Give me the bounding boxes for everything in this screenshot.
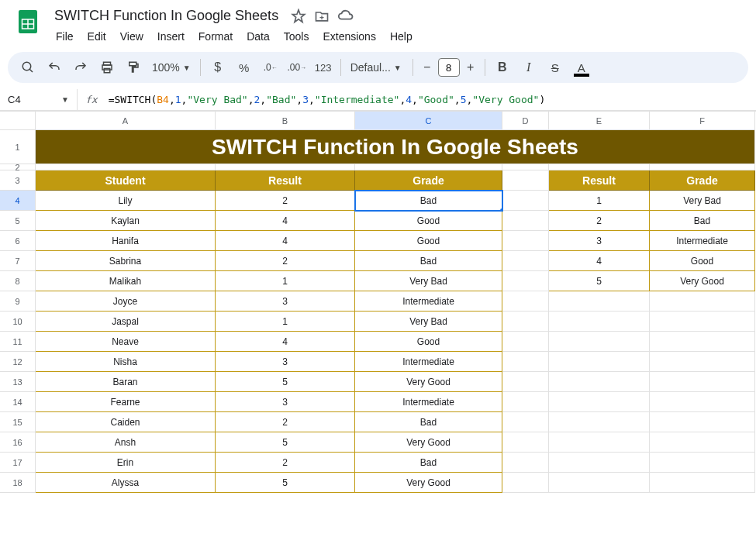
- row-header-12[interactable]: 12: [0, 352, 36, 372]
- cell-lookup-grade-4[interactable]: Very Good: [650, 271, 755, 291]
- cell-grade-7[interactable]: Good: [355, 332, 502, 352]
- cell-result-5[interactable]: 3: [216, 291, 355, 312]
- menu-insert[interactable]: Insert: [151, 27, 191, 46]
- row-header-15[interactable]: 15: [0, 412, 36, 432]
- header-lookup-grade[interactable]: Grade: [650, 170, 755, 191]
- cell-lookup-result-2[interactable]: 3: [549, 231, 650, 251]
- search-icon[interactable]: [16, 55, 40, 80]
- cell-F15[interactable]: [650, 412, 755, 432]
- cell-grade-11[interactable]: Bad: [355, 412, 502, 432]
- paint-format-icon[interactable]: [121, 55, 146, 80]
- cell-result-12[interactable]: 5: [216, 432, 355, 453]
- cell-D18[interactable]: [502, 473, 549, 493]
- cell-lookup-grade-0[interactable]: Very Bad: [650, 191, 755, 211]
- redo-icon[interactable]: [68, 55, 93, 80]
- cell-E15[interactable]: [549, 412, 650, 432]
- row-header-18[interactable]: 18: [0, 473, 36, 493]
- cell-grade-1[interactable]: Good: [355, 211, 502, 231]
- cell-student-12[interactable]: Ansh: [36, 432, 216, 453]
- cloud-status-icon[interactable]: [337, 8, 354, 25]
- cell-grade-8[interactable]: Intermediate: [355, 352, 502, 372]
- row-header-3[interactable]: 3: [0, 170, 36, 191]
- cell-grade-13[interactable]: Bad: [355, 453, 502, 473]
- row-header-7[interactable]: 7: [0, 251, 36, 271]
- menu-help[interactable]: Help: [384, 27, 419, 46]
- cell-grade-2[interactable]: Good: [355, 231, 502, 251]
- decrease-decimal-icon[interactable]: .0←: [258, 55, 283, 80]
- cell-D13[interactable]: [502, 372, 549, 392]
- star-icon[interactable]: [291, 9, 306, 24]
- cell-E13[interactable]: [549, 372, 650, 392]
- row-header-14[interactable]: 14: [0, 392, 36, 412]
- cell-grade-14[interactable]: Very Good: [355, 473, 502, 493]
- column-header-B[interactable]: B: [216, 112, 355, 130]
- cell-E18[interactable]: [549, 473, 650, 493]
- cell-student-7[interactable]: Neave: [36, 332, 216, 352]
- cell-student-0[interactable]: Lily: [36, 191, 216, 211]
- cell-lookup-grade-2[interactable]: Intermediate: [650, 231, 755, 251]
- font-size-input[interactable]: [438, 58, 460, 77]
- cell-D14[interactable]: [502, 392, 549, 412]
- menu-file[interactable]: File: [50, 27, 80, 46]
- select-all-corner[interactable]: [0, 112, 36, 130]
- cell-D3[interactable]: [502, 170, 549, 191]
- cell-F9[interactable]: [650, 291, 755, 312]
- print-icon[interactable]: [95, 55, 119, 80]
- cell-D15[interactable]: [502, 412, 549, 432]
- cell-E12[interactable]: [549, 352, 650, 372]
- row-header-11[interactable]: 11: [0, 332, 36, 352]
- menu-tools[interactable]: Tools: [278, 27, 316, 46]
- cell-lookup-result-4[interactable]: 5: [549, 271, 650, 291]
- cell-E11[interactable]: [549, 332, 650, 352]
- cell-D6[interactable]: [502, 231, 549, 251]
- menu-view[interactable]: View: [114, 27, 150, 46]
- cell-grade-12[interactable]: Very Good: [355, 432, 502, 453]
- selection-handle[interactable]: [499, 208, 502, 211]
- cell-result-13[interactable]: 2: [216, 453, 355, 473]
- strikethrough-icon[interactable]: S: [543, 55, 568, 80]
- row-header-9[interactable]: 9: [0, 291, 36, 312]
- cell-result-11[interactable]: 2: [216, 412, 355, 432]
- cell-result-7[interactable]: 4: [216, 332, 355, 352]
- cell-D7[interactable]: [502, 251, 549, 271]
- menu-data[interactable]: Data: [240, 27, 276, 46]
- cell-F2[interactable]: [650, 164, 755, 170]
- header-lookup-result[interactable]: Result: [549, 170, 650, 191]
- bold-icon[interactable]: B: [490, 55, 515, 80]
- cell-student-6[interactable]: Jaspal: [36, 312, 216, 332]
- cell-result-9[interactable]: 5: [216, 372, 355, 392]
- column-header-C[interactable]: C: [355, 112, 502, 130]
- cell-result-0[interactable]: 2: [216, 191, 355, 211]
- cell-F18[interactable]: [650, 473, 755, 493]
- font-dropdown[interactable]: Defaul...▼: [346, 61, 408, 74]
- cell-grade-3[interactable]: Bad: [355, 251, 502, 271]
- cell-F17[interactable]: [650, 453, 755, 473]
- cell-F12[interactable]: [650, 352, 755, 372]
- cell-E14[interactable]: [549, 392, 650, 412]
- cell-D17[interactable]: [502, 453, 549, 473]
- row-header-13[interactable]: 13: [0, 372, 36, 392]
- document-title[interactable]: SWITCH Function In Google Sheets: [50, 6, 283, 26]
- format-percent-icon[interactable]: %: [232, 55, 257, 80]
- increase-font-size-button[interactable]: +: [461, 58, 480, 77]
- cell-student-2[interactable]: Hanifa: [36, 231, 216, 251]
- row-header-17[interactable]: 17: [0, 453, 36, 473]
- header-grade[interactable]: Grade: [355, 170, 502, 191]
- header-student[interactable]: Student: [36, 170, 216, 191]
- row-header-1[interactable]: 1: [0, 130, 36, 164]
- format-currency-icon[interactable]: $: [205, 55, 230, 80]
- cell-F13[interactable]: [650, 372, 755, 392]
- cell-result-2[interactable]: 4: [216, 231, 355, 251]
- cell-D10[interactable]: [502, 312, 549, 332]
- cell-lookup-result-1[interactable]: 2: [549, 211, 650, 231]
- cell-result-6[interactable]: 1: [216, 312, 355, 332]
- decrease-font-size-button[interactable]: −: [418, 58, 437, 77]
- cell-grade-0[interactable]: Bad: [355, 191, 502, 211]
- cell-D12[interactable]: [502, 352, 549, 372]
- cell-F16[interactable]: [650, 432, 755, 453]
- sheet-title-cell[interactable]: SWITCH Function In Google Sheets: [36, 130, 755, 164]
- cell-D16[interactable]: [502, 432, 549, 453]
- cell-E16[interactable]: [549, 432, 650, 453]
- text-color-icon[interactable]: A: [569, 55, 594, 80]
- cell-student-8[interactable]: Nisha: [36, 352, 216, 372]
